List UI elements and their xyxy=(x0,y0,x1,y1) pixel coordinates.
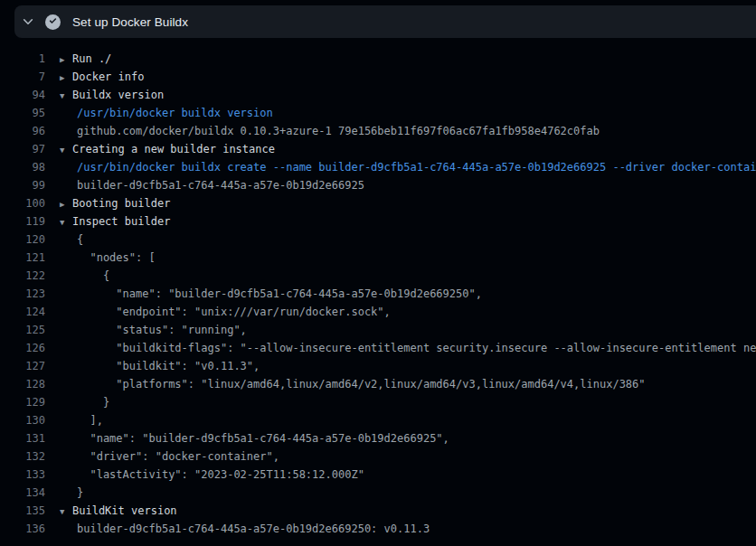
line-number[interactable]: 125 xyxy=(0,321,45,339)
log-line[interactable]: 100 ▶Booting builder xyxy=(0,194,756,212)
line-text: "platforms": "linux/amd64,linux/amd64/v2… xyxy=(45,375,646,393)
log-line: 129 } xyxy=(0,393,756,411)
line-text: { xyxy=(45,231,83,249)
line-text: "lastActivity": "2023-02-25T11:58:12.000… xyxy=(45,466,364,484)
caret-down-icon: ▼ xyxy=(60,141,72,158)
log-line: 136 builder-d9cfb5a1-c764-445a-a57e-0b19… xyxy=(0,520,756,538)
group-title: Docker info xyxy=(72,71,144,83)
line-number[interactable]: 7 xyxy=(0,68,45,86)
line-text: { xyxy=(45,267,109,285)
line-text: "endpoint": "unix:///var/run/docker.sock… xyxy=(45,303,391,321)
line-number[interactable]: 128 xyxy=(0,375,45,393)
line-number[interactable]: 119 xyxy=(0,212,45,231)
line-text: builder-d9cfb5a1-c764-445a-a57e-0b19d2e6… xyxy=(45,520,430,538)
log-line: 126 "buildkitd-flags": "--allow-insecure… xyxy=(0,339,756,357)
log-line: 98 /usr/bin/docker buildx create --name … xyxy=(0,158,756,176)
log-line: 99 builder-d9cfb5a1-c764-445a-a57e-0b19d… xyxy=(0,176,756,194)
line-number[interactable]: 120 xyxy=(0,231,45,249)
line-number[interactable]: 131 xyxy=(0,429,45,447)
line-number[interactable]: 121 xyxy=(0,249,45,267)
log-line: 131 "name": "builder-d9cfb5a1-c764-445a-… xyxy=(0,429,756,447)
step-header[interactable]: Set up Docker Buildx xyxy=(14,5,756,38)
log-line: 125 "status": "running", xyxy=(0,321,756,339)
log-line: 134 } xyxy=(0,484,756,502)
line-text: /usr/bin/docker buildx create --name bui… xyxy=(45,158,756,176)
caret-down-icon: ▼ xyxy=(60,87,72,104)
line-number[interactable]: 126 xyxy=(0,339,45,357)
log-line: 121 "nodes": [ xyxy=(0,249,756,267)
line-text[interactable]: ▼Creating a new builder instance xyxy=(45,140,275,158)
log-line[interactable]: 7 ▶Docker info xyxy=(0,68,756,86)
line-number[interactable]: 122 xyxy=(0,267,45,285)
group-title: Booting builder xyxy=(72,197,170,210)
line-number[interactable]: 96 xyxy=(0,122,45,140)
line-text[interactable]: ▶Docker info xyxy=(45,68,144,86)
line-text: "buildkitd-flags": "--allow-insecure-ent… xyxy=(45,339,756,357)
line-text[interactable]: ▶Run ./ xyxy=(45,50,111,68)
log-line: 128 "platforms": "linux/amd64,linux/amd6… xyxy=(0,375,756,393)
group-title: Run ./ xyxy=(72,52,111,65)
log-line: 124 "endpoint": "unix:///var/run/docker.… xyxy=(0,303,756,321)
caret-right-icon: ▶ xyxy=(60,195,72,212)
line-text: "nodes": [ xyxy=(45,249,156,267)
log-line: 123 "name": "builder-d9cfb5a1-c764-445a-… xyxy=(0,285,756,303)
log-line[interactable]: 97 ▼Creating a new builder instance xyxy=(0,140,756,158)
line-text: "status": "running", xyxy=(45,321,247,339)
log-line: 132 "driver": "docker-container", xyxy=(0,447,756,466)
line-text: ], xyxy=(45,411,103,429)
line-number[interactable]: 135 xyxy=(0,502,45,520)
line-text: /usr/bin/docker buildx version xyxy=(45,104,273,122)
line-number[interactable]: 129 xyxy=(0,393,45,411)
line-text: } xyxy=(45,484,83,502)
log-line: 120 { xyxy=(0,231,756,249)
line-number[interactable]: 132 xyxy=(0,447,45,466)
log-line[interactable]: 135 ▼BuildKit version xyxy=(0,502,756,520)
line-text[interactable]: ▼Inspect builder xyxy=(45,212,170,231)
line-number[interactable]: 134 xyxy=(0,484,45,502)
line-number[interactable]: 127 xyxy=(0,357,45,375)
log-line[interactable]: 1 ▶Run ./ xyxy=(0,50,756,68)
line-number[interactable]: 136 xyxy=(0,520,45,538)
line-number[interactable]: 99 xyxy=(0,176,45,194)
line-number[interactable]: 133 xyxy=(0,466,45,484)
group-title: BuildKit version xyxy=(72,504,177,517)
log-container: 1 ▶Run ./ 7 ▶Docker info 94 ▼Buildx vers… xyxy=(0,38,756,538)
line-text[interactable]: ▼Buildx version xyxy=(45,86,164,104)
group-title: Inspect builder xyxy=(72,215,170,228)
caret-down-icon: ▼ xyxy=(60,503,72,520)
caret-right-icon: ▶ xyxy=(60,69,72,86)
log-line: 95 /usr/bin/docker buildx version xyxy=(0,104,756,122)
line-text[interactable]: ▼BuildKit version xyxy=(45,502,177,520)
line-number[interactable]: 124 xyxy=(0,303,45,321)
log-line[interactable]: 94 ▼Buildx version xyxy=(0,86,756,104)
line-number[interactable]: 95 xyxy=(0,104,45,122)
line-text: "driver": "docker-container", xyxy=(45,447,279,466)
line-number[interactable]: 97 xyxy=(0,140,45,158)
line-text[interactable]: ▶Booting builder xyxy=(45,194,170,212)
line-text: builder-d9cfb5a1-c764-445a-a57e-0b19d2e6… xyxy=(45,176,364,194)
line-text: "buildkit": "v0.11.3", xyxy=(45,357,260,375)
line-number[interactable]: 1 xyxy=(0,50,45,68)
line-text: } xyxy=(45,393,109,411)
caret-down-icon: ▼ xyxy=(60,213,72,231)
line-number[interactable]: 130 xyxy=(0,411,45,429)
line-number[interactable]: 100 xyxy=(0,194,45,212)
line-text: github.com/docker/buildx 0.10.3+azure-1 … xyxy=(45,122,600,140)
log-line: 127 "buildkit": "v0.11.3", xyxy=(0,357,756,375)
line-number[interactable]: 94 xyxy=(0,86,45,104)
group-title: Buildx version xyxy=(72,89,164,101)
group-title: Creating a new builder instance xyxy=(72,143,275,155)
step-title: Set up Docker Buildx xyxy=(72,15,188,29)
log-line: 133 "lastActivity": "2023-02-25T11:58:12… xyxy=(0,466,756,484)
caret-right-icon: ▶ xyxy=(60,51,72,68)
log-line[interactable]: 119 ▼Inspect builder xyxy=(0,212,756,231)
line-text: "name": "builder-d9cfb5a1-c764-445a-a57e… xyxy=(45,285,482,303)
log-line: 130 ], xyxy=(0,411,756,429)
check-circle-icon xyxy=(45,14,61,30)
line-number[interactable]: 98 xyxy=(0,158,45,176)
log-line: 96 github.com/docker/buildx 0.10.3+azure… xyxy=(0,122,756,140)
log-line: 122 { xyxy=(0,267,756,285)
line-number[interactable]: 123 xyxy=(0,285,45,303)
line-text: "name": "builder-d9cfb5a1-c764-445a-a57e… xyxy=(45,429,449,447)
chevron-down-icon[interactable] xyxy=(14,15,42,28)
